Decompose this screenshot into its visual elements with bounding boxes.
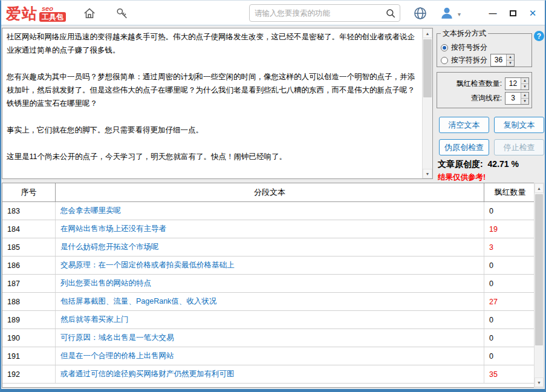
spin-up-icon[interactable]: ▲ [521, 93, 528, 99]
split-mode-title: 文本拆分方式 [441, 28, 488, 39]
segment-link[interactable]: 交易原理：在一个固定价格或者拍卖最低价格基础上 [60, 260, 235, 270]
logo-seo-text: seo [42, 5, 53, 12]
threads-value[interactable]: 3 [505, 93, 521, 104]
threads-label: 查询线程: [471, 93, 502, 103]
table-scrollbar-thumb[interactable] [535, 194, 543, 345]
table-row: 190 可行原因：域名出售是一笔大交易 0 [2, 329, 536, 347]
globe-icon[interactable] [413, 6, 426, 19]
spin-down-icon[interactable]: ▼ [507, 60, 514, 66]
radio-char-label: 按字符拆分 [451, 55, 487, 65]
table-scrollbar[interactable]: ▲ ▼ [534, 183, 544, 388]
editor-scrollbar[interactable]: ▲ ▼ [422, 28, 432, 178]
search-icon[interactable] [382, 5, 400, 21]
red-count-cell: 0 [484, 329, 536, 347]
segment-link[interactable]: 但是在一个合理的价格上出售网站 [60, 351, 174, 361]
red-count-cell: 27 [484, 293, 536, 310]
spin-down-icon[interactable]: ▼ [521, 84, 528, 90]
editor-scrollbar-thumb[interactable] [423, 39, 432, 97]
scroll-down-icon[interactable]: ▼ [423, 169, 432, 178]
editor-paragraph: 您有兴趣成为其中一员吗？梦想很简单：通过周密的计划和一些空闲的时间，像您这样的人… [7, 70, 418, 110]
logo-suite-text: 工具包 [39, 12, 66, 22]
row-index: 191 [2, 347, 56, 365]
originality-check-button[interactable]: 伪原创检查 [439, 139, 489, 155]
table-row: 192 或者通过可信的途径购买网络财产仍然更加有利可图 35 [2, 365, 536, 384]
close-button[interactable]: ✕ [528, 8, 538, 18]
segments-table: 序号 分段文本 飘红数量 183 您会拿去哪里卖呢 0 184 在网站出售市场上… [2, 183, 536, 388]
radio-symbol-label: 按符号拆分 [451, 42, 487, 53]
editor-paragraph: 社区网站和网络应用迅速的变得越来越炙手可热。伟大的点子使网络发生改变，这已经不是… [7, 30, 418, 57]
spin-up-icon[interactable]: ▲ [507, 54, 514, 60]
threads-stepper: 3 ▲ ▼ [505, 92, 529, 105]
header-red-count: 飘红数量 [484, 183, 536, 201]
clear-text-button[interactable]: 清空文本 [439, 117, 489, 133]
stop-check-button[interactable]: 停止检查 [494, 139, 544, 155]
search-box [249, 4, 400, 22]
header-segment: 分段文本 [56, 183, 484, 201]
check-options-box: 飘红检查数量: 12 ▲ ▼ 查询线程: 3 ▲ ▼ [437, 72, 532, 108]
home-icon[interactable] [83, 7, 96, 20]
segment-link[interactable]: 在网站出售市场上还没有主导者 [60, 224, 166, 234]
segment-link[interactable]: 是什么妨碍您开拓这个市场呢 [60, 242, 159, 252]
red-count-cell: 0 [484, 347, 536, 365]
scroll-up-icon[interactable]: ▲ [423, 28, 432, 38]
search-input[interactable] [250, 9, 382, 18]
segment-link[interactable]: 然后就等着买家上门 [60, 315, 129, 325]
source-text-panel: 社区网站和网络应用迅速的变得越来越炙手可热。伟大的点子使网络发生改变，这已经不是… [2, 28, 433, 179]
editor-paragraph: 事实上，它们就在您的脚下。您只需要看得更加仔细一点。 [7, 123, 418, 137]
segment-link[interactable]: 您会拿去哪里卖呢 [60, 206, 121, 216]
row-index: 183 [2, 202, 56, 220]
check-count-stepper: 12 ▲ ▼ [505, 77, 529, 90]
radio-char-split[interactable]: 按字符拆分 36 ▲ ▼ [441, 54, 528, 67]
row-index: 187 [2, 275, 56, 292]
table-row: 187 列出您要出售的网站的特点 0 [2, 275, 536, 293]
red-count-cell: 0 [484, 311, 536, 328]
check-count-label: 飘红检查数量: [457, 79, 502, 89]
window-controls: — ✕ [488, 1, 538, 25]
table-header: 序号 分段文本 飘红数量 [2, 183, 536, 202]
scroll-up-icon[interactable]: ▲ [535, 183, 544, 193]
spin-up-icon[interactable]: ▲ [521, 78, 528, 84]
spin-down-icon[interactable]: ▼ [521, 99, 528, 104]
radio-icon[interactable] [441, 57, 448, 64]
chevron-down-icon: ▾ [458, 11, 461, 18]
table-row: 189 然后就等着买家上门 0 [2, 311, 536, 329]
scroll-down-icon[interactable]: ▼ [535, 377, 544, 387]
table-row: 185 是什么妨碍您开拓这个市场呢 3 [2, 238, 536, 256]
user-menu[interactable]: ▾ [439, 5, 461, 23]
maximize-button[interactable] [508, 8, 518, 18]
help-icon[interactable]: ? [534, 31, 544, 41]
settings-panel: 文本拆分方式 按符号拆分 按字符拆分 36 ▲ ▼ ? 飘红检查数量 [435, 27, 545, 180]
segments-table-body: 183 您会拿去哪里卖呢 0 184 在网站出售市场上还没有主导者 19 185… [2, 202, 536, 384]
char-split-stepper: 36 ▲ ▼ [490, 54, 515, 67]
source-text-area[interactable]: 社区网站和网络应用迅速的变得越来越炙手可热。伟大的点子使网络发生改变，这已经不是… [2, 28, 422, 178]
check-count-value[interactable]: 12 [505, 78, 521, 90]
toolbar: 爱站 seo 工具包 [1, 1, 545, 25]
row-index: 188 [2, 293, 56, 310]
red-count-cell: 19 [484, 220, 536, 238]
segment-link[interactable]: 可行原因：域名出售是一笔大交易 [60, 333, 174, 343]
split-mode-group: 文本拆分方式 按符号拆分 按字符拆分 36 ▲ ▼ [437, 28, 532, 67]
table-row: 183 您会拿去哪里卖呢 0 [2, 202, 536, 220]
copy-text-button[interactable]: 复制文本 [494, 117, 544, 133]
radio-symbol-split[interactable]: 按符号拆分 [441, 41, 528, 54]
red-count-cell: 3 [484, 238, 536, 256]
minimize-button[interactable]: — [488, 8, 498, 18]
app-window: 爱站 seo 工具包 [0, 0, 546, 392]
action-buttons: 清空文本 复制文本 伪原创检查 停止检查 [439, 117, 544, 155]
table-row: 186 交易原理：在一个固定价格或者拍卖最低价格基础上 0 [2, 256, 536, 275]
row-index: 186 [2, 256, 56, 274]
originality-value: 42.71 % [488, 159, 519, 169]
editor-paragraph: 这里是11个尚未公开的点子，今天学习了，明天您就富有了。快点！闹钟已经响了。 [7, 150, 418, 163]
key-icon[interactable] [115, 7, 129, 20]
segment-link[interactable]: 或者通过可信的途径购买网络财产仍然更加有利可图 [60, 369, 235, 379]
red-count-cell: 0 [484, 275, 536, 292]
radio-icon[interactable] [441, 44, 448, 51]
red-count-cell: 0 [484, 256, 536, 274]
segment-link[interactable]: 包括屏幕截图、流量、PageRank值、收入状况 [60, 296, 216, 307]
disclaimer-note: 结果仅供参考! [438, 172, 486, 183]
char-split-value[interactable]: 36 [491, 54, 506, 66]
row-index: 184 [2, 220, 56, 238]
app-logo: 爱站 seo 工具包 [6, 4, 66, 24]
segment-link[interactable]: 列出您要出售的网站的特点 [60, 278, 151, 289]
red-count-cell: 35 [484, 365, 536, 383]
